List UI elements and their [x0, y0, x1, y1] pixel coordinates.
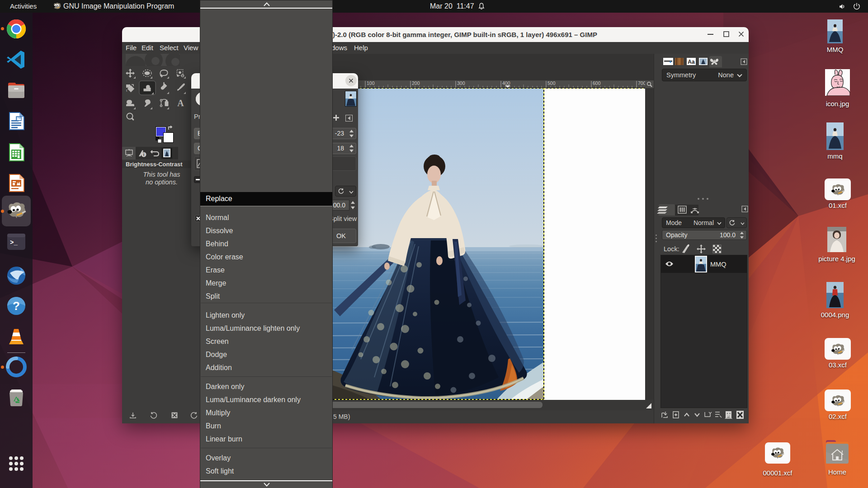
- svg-text:?: ?: [13, 299, 20, 313]
- svg-text:>_: >_: [10, 239, 18, 246]
- svg-text:t: t: [126, 89, 127, 93]
- svg-text:400: 400: [502, 80, 510, 86]
- svg-text:500: 500: [547, 80, 556, 86]
- svg-text:300: 300: [457, 80, 465, 86]
- svg-text:A: A: [177, 98, 184, 108]
- svg-text:Aa: Aa: [688, 59, 695, 65]
- svg-text:100: 100: [367, 80, 375, 86]
- svg-text:200: 200: [412, 80, 420, 86]
- svg-text:600: 600: [593, 80, 601, 86]
- svg-text:i: i: [143, 152, 145, 157]
